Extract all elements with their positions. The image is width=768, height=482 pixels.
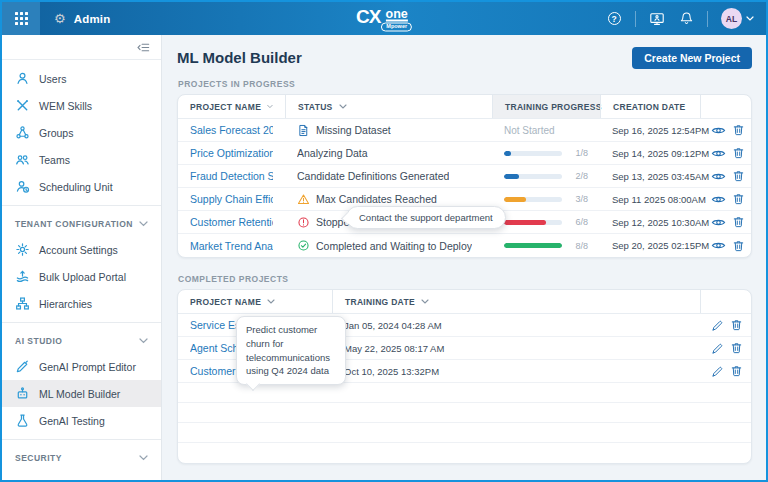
top-bar: ⚙ Admin CX one Mpower ? [2,2,766,35]
sort-chevron-icon [421,299,429,304]
status-text: Analyzing Data [297,147,368,159]
table-row[interactable]: Fraud Detection System Candidate Definit… [178,165,751,188]
progress-not-started: Not Started [504,125,555,136]
view-button[interactable] [711,145,726,161]
column-header-project-name[interactable]: PROJECT NAME [178,95,285,118]
sidebar-item-teams[interactable]: Teams [2,146,161,173]
sidebar-item-bulk-upload-portal[interactable]: Bulk Upload Portal [2,263,161,290]
screen-share-icon[interactable] [649,11,665,27]
view-button[interactable] [711,238,726,254]
delete-button[interactable] [732,145,745,161]
delete-button[interactable] [730,317,743,333]
project-name-link[interactable]: Sales Forecast 2024 [190,124,273,136]
sidebar-item-account-settings[interactable]: Account Settings [2,236,161,263]
sidebar-item-ml-model-builder[interactable]: ML Model Builder [2,380,161,407]
trash-icon [732,239,745,253]
eye-icon [711,238,726,253]
table-row[interactable]: Market Trend Analysis Completed and Wait… [178,234,751,257]
project-name-link[interactable]: Customer Retention Analytics [190,216,273,228]
project-name-link[interactable]: Supply Chain Efficiency [190,193,273,205]
tooltip-project-description: Predict customer churn for telecommunica… [236,316,346,385]
sidebar-section-tenant-configuration[interactable]: TENANT CONFIGURATION [2,211,161,236]
logo-one: one [386,7,408,22]
divider [2,322,161,323]
table-row[interactable]: Sales Forecast 2024 Missing Dataset Not … [178,119,751,142]
avatar: AL [721,8,742,29]
chevron-down-icon [139,221,148,227]
upload-icon [15,269,30,284]
sidebar-nav: Users WEM Skills Groups Teams [2,60,161,470]
sidebar-item-groups[interactable]: Groups [2,119,161,146]
status-text: Candidate Definitions Generated [297,170,449,182]
delete-button[interactable] [732,168,745,184]
edit-button[interactable] [711,363,724,379]
column-header-actions [700,95,751,118]
user-menu[interactable]: AL [721,8,754,29]
sidebar-item-scheduling-unit[interactable]: Scheduling Unit [2,173,161,200]
pencil-icon [711,319,724,332]
table-row-empty [178,403,751,423]
eye-icon [711,215,726,230]
delete-button[interactable] [732,238,745,254]
column-header-project-name[interactable]: PROJECT NAME [178,290,332,313]
eye-icon [711,123,726,138]
table-row[interactable]: Price Optimization Engine Analyzing Data… [178,142,751,165]
sidebar-item-label: Teams [39,154,70,166]
sidebar-item-genai-testing[interactable]: GenAI Testing [2,407,161,434]
table-row-empty [178,383,751,403]
flask-icon [15,413,30,428]
progress-fraction: 8/8 [575,241,588,251]
trash-icon [732,215,745,229]
sidebar-item-label: Account Settings [39,244,118,256]
progress-bar [504,243,562,248]
column-header-status[interactable]: STATUS [285,95,492,118]
divider [707,11,708,27]
creation-date: Sep 13, 2025 03:45AM [612,171,709,182]
edit-button[interactable] [711,317,724,333]
creation-date: Sep 16, 2025 12:54PM [612,125,709,136]
trash-icon [732,169,745,183]
cxone-logo: CX one Mpower [356,6,412,31]
sidebar-item-hierarchies[interactable]: Hierarchies [2,290,161,317]
column-header-training-progress[interactable]: TRAINING PROGRESS [492,95,600,118]
skills-icon [15,98,30,113]
column-header-training-date[interactable]: TRAINING DATE [332,290,700,313]
app-name: Admin [74,13,111,25]
sidebar: Users WEM Skills Groups Teams [2,35,162,480]
scheduling-unit-icon [15,179,30,194]
delete-button[interactable] [732,214,745,230]
help-icon[interactable]: ? [606,11,622,27]
project-name-link[interactable]: Price Optimization Engine [190,147,273,159]
current-app[interactable]: ⚙ Admin [54,12,110,25]
create-new-project-button[interactable]: Create New Project [632,47,752,69]
status-text: Completed and Waiting to Deploy [316,240,472,252]
sidebar-item-users[interactable]: Users [2,65,161,92]
view-button[interactable] [711,168,726,184]
view-button[interactable] [711,122,726,138]
delete-button[interactable] [732,191,745,207]
app-window: ⚙ Admin CX one Mpower ? [0,0,768,482]
sidebar-section-ai-studio[interactable]: AI STUDIO [2,328,161,353]
app-launcher-button[interactable] [2,2,40,35]
view-button[interactable] [711,191,726,207]
trash-icon [730,341,743,355]
collapse-sidebar-icon[interactable] [135,39,151,55]
sidebar-section-security[interactable]: SECURITY [2,445,161,470]
delete-button[interactable] [730,340,743,356]
view-button[interactable] [711,214,726,230]
trash-icon [732,123,745,137]
groups-icon [15,125,30,140]
creation-date: Sep 12, 2025 10:30AM [612,217,709,228]
column-header-creation-date[interactable]: CREATION DATE [600,95,700,118]
project-name-link[interactable]: Fraud Detection System [190,170,273,182]
delete-button[interactable] [732,122,745,138]
sidebar-item-genai-prompt-editor[interactable]: GenAI Prompt Editor [2,353,161,380]
sidebar-item-wem-skills[interactable]: WEM Skills [2,92,161,119]
section-label: TENANT CONFIGURATION [15,219,133,229]
edit-button[interactable] [711,340,724,356]
project-name-link[interactable]: Market Trend Analysis [190,240,273,252]
section-label-completed-projects: COMPLETED PROJECTS [178,274,752,284]
sidebar-item-label: WEM Skills [39,100,92,112]
delete-button[interactable] [730,363,743,379]
notifications-bell-icon[interactable] [678,11,694,27]
